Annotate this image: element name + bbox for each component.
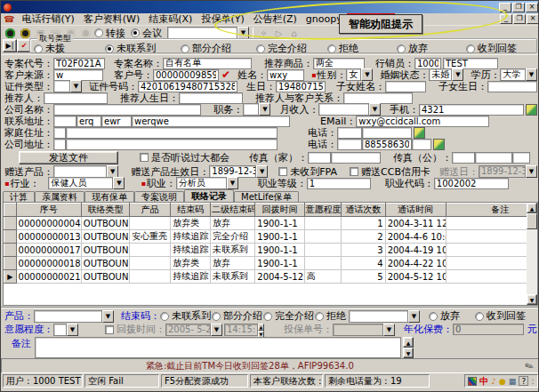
child-close-button[interactable]: × bbox=[527, 14, 539, 24]
menu-bulletin[interactable]: 公告栏(Z) bbox=[249, 13, 302, 25]
col-seq[interactable]: 序号 bbox=[16, 204, 81, 217]
close-button[interactable]: × bbox=[526, 3, 538, 12]
remark-textarea[interactable] bbox=[35, 337, 401, 358]
keyboard-icon[interactable]: ▦ bbox=[509, 377, 517, 386]
col-sub-result-code[interactable]: 二级结束码 bbox=[211, 204, 255, 217]
contact-address-field-2[interactable] bbox=[76, 116, 101, 127]
moon-icon[interactable]: ● bbox=[499, 377, 506, 386]
chevron-down-icon[interactable]: ▼ bbox=[102, 310, 114, 323]
chevron-down-icon[interactable]: ▼ bbox=[256, 165, 268, 178]
project-code-field[interactable] bbox=[53, 58, 105, 69]
chevron-down-icon[interactable]: ▼ bbox=[526, 68, 537, 81]
radio-result-full-intro[interactable]: 完全介绍 bbox=[263, 309, 315, 323]
table-row[interactable]: 00000000018OUTBOUND放弃类放弃1900-1-142004-4-… bbox=[4, 257, 527, 270]
tab-contact-log[interactable]: 联络记录 bbox=[184, 189, 234, 202]
radio-result-partial-intro[interactable]: 部分介绍 bbox=[212, 309, 263, 323]
remark-scrollbar[interactable]: ▲ ▼ bbox=[403, 337, 414, 358]
project-name-field[interactable] bbox=[163, 58, 252, 69]
scroll-up-icon[interactable]: ▲ bbox=[403, 337, 414, 348]
fax-office-number-field[interactable] bbox=[475, 152, 512, 164]
scroll-down-icon[interactable]: ▼ bbox=[403, 348, 414, 358]
col-contact-type[interactable]: 联络类型 bbox=[81, 204, 129, 217]
willingness-combobox[interactable]: ▼ bbox=[53, 324, 78, 336]
email-field[interactable] bbox=[356, 116, 489, 127]
company-phone-ext-field[interactable] bbox=[412, 139, 431, 150]
table-row[interactable]: 00000000013OUTBOUND安心重亮持续追踪完全介绍1900-1-12… bbox=[4, 230, 527, 244]
radio-not-dialed[interactable]: 未拨 bbox=[34, 42, 105, 55]
gift-effective-date-combobox[interactable]: 1899-12-30▼ bbox=[209, 165, 268, 178]
table-row[interactable]: ▶00000000021OUTBOUND持续追踪未联系到2004-5-12 1(… bbox=[4, 270, 527, 284]
annual-premium-field[interactable] bbox=[453, 324, 524, 335]
chevron-down-icon[interactable]: ▼ bbox=[259, 103, 270, 116]
chevron-down-icon[interactable]: ▼ bbox=[67, 324, 78, 336]
conference-target-combobox[interactable]: ▼ bbox=[167, 27, 249, 39]
id-no-field[interactable] bbox=[138, 81, 237, 92]
row-marker[interactable] bbox=[4, 217, 17, 230]
radio-result-not-contacted[interactable]: 未联系到 bbox=[160, 309, 212, 323]
agent-id-field[interactable] bbox=[414, 58, 441, 69]
next-record-button[interactable]: ▶| bbox=[3, 39, 17, 52]
fax-office-area-field[interactable] bbox=[452, 152, 475, 164]
send-icon[interactable]: ✧ bbox=[257, 28, 270, 39]
id-type-combobox[interactable]: ▼ bbox=[53, 80, 82, 92]
mobile-field[interactable] bbox=[419, 104, 524, 116]
chevron-down-icon[interactable]: ▼ bbox=[408, 310, 420, 323]
chevron-down-icon[interactable]: ▼ bbox=[369, 103, 381, 116]
tab-existing-policy[interactable]: 现有保单 bbox=[84, 191, 134, 202]
reject-reason-combobox[interactable]: ▼ bbox=[349, 310, 420, 323]
product-combobox[interactable]: ▼ bbox=[34, 310, 114, 323]
scroll-down-icon[interactable]: ▼ bbox=[527, 294, 537, 305]
send-file-button[interactable]: 发送文件 bbox=[19, 151, 118, 164]
home-phone-number-field[interactable] bbox=[362, 127, 412, 139]
tab-project-desc[interactable]: 专案说明 bbox=[134, 191, 184, 202]
chevron-down-icon[interactable]: ▼ bbox=[70, 80, 82, 92]
ccb-card-checkbox[interactable] bbox=[350, 167, 358, 176]
education-combobox[interactable]: 大学▼ bbox=[500, 68, 537, 81]
contact-address-field-4[interactable] bbox=[132, 116, 290, 127]
ime-indicator-icon[interactable] bbox=[468, 377, 477, 386]
forward-icon[interactable]: ▷ bbox=[272, 28, 286, 39]
answer-call-icon[interactable] bbox=[4, 28, 17, 39]
radio-abandoned[interactable]: 放弃 bbox=[397, 42, 466, 55]
contact-address-field-3[interactable] bbox=[101, 116, 132, 127]
minimize-button[interactable]: _ bbox=[499, 3, 511, 12]
tab-relatives[interactable]: 亲属资料 bbox=[35, 191, 84, 202]
hangup-call-icon[interactable] bbox=[19, 28, 32, 39]
chevron-down-icon[interactable]: ▼ bbox=[107, 165, 118, 178]
birthday-field[interactable] bbox=[276, 81, 326, 92]
dial-number-icon[interactable] bbox=[414, 127, 425, 139]
child-restore-button[interactable]: ❐ bbox=[513, 14, 526, 24]
radio-result-abandoned[interactable]: 放弃 bbox=[429, 309, 470, 323]
tab-calc[interactable]: 计算 bbox=[3, 191, 35, 202]
customer-no-field[interactable] bbox=[153, 69, 219, 81]
col-willingness[interactable]: 意愿程度 bbox=[304, 204, 342, 217]
company-address-field-1[interactable] bbox=[53, 139, 66, 150]
gift-product-combobox[interactable]: ▼ bbox=[53, 165, 118, 178]
monthly-income-combobox[interactable]: ▼ bbox=[318, 103, 381, 116]
radio-rejected[interactable]: 拒绝 bbox=[327, 42, 397, 55]
col-product[interactable]: 产品 bbox=[130, 204, 171, 217]
menu-telemarketing[interactable]: 电话行销(Y) bbox=[17, 13, 78, 25]
smart-dissuade-tip-box[interactable]: 智能劝阻提示 bbox=[339, 14, 422, 34]
child-name-field[interactable] bbox=[385, 81, 426, 92]
chevron-down-icon[interactable]: ▼ bbox=[227, 177, 238, 189]
heard-metlife-checkbox[interactable] bbox=[140, 153, 149, 162]
col-remark[interactable]: 备注 bbox=[446, 204, 527, 217]
company-phone-number-field[interactable] bbox=[362, 139, 412, 150]
dial-number-icon[interactable] bbox=[526, 104, 537, 116]
radio-partial-intro[interactable]: 部分介绍 bbox=[181, 42, 256, 55]
ime-chinese-icon[interactable]: 中 bbox=[479, 375, 488, 388]
customer-source-field[interactable] bbox=[53, 69, 103, 81]
radio-signed-back[interactable]: 收到回签 bbox=[466, 42, 530, 55]
marital-combobox[interactable]: 未婚▼ bbox=[429, 68, 463, 81]
radio-result-rejected[interactable]: 拒绝 bbox=[315, 309, 349, 323]
row-marker[interactable] bbox=[4, 257, 17, 270]
gender-combobox[interactable]: 女▼ bbox=[346, 68, 373, 81]
col-result-code[interactable]: 结束码 bbox=[171, 204, 211, 217]
chevron-down-icon[interactable]: ▼ bbox=[113, 177, 125, 189]
help-icon[interactable]: ? bbox=[519, 376, 528, 386]
child-minimize-button[interactable]: _ bbox=[500, 14, 512, 24]
job-title-combobox[interactable]: ▼ bbox=[243, 103, 270, 116]
dial-number-icon[interactable] bbox=[433, 139, 445, 150]
sound-icon[interactable]: ♪ bbox=[491, 377, 496, 386]
